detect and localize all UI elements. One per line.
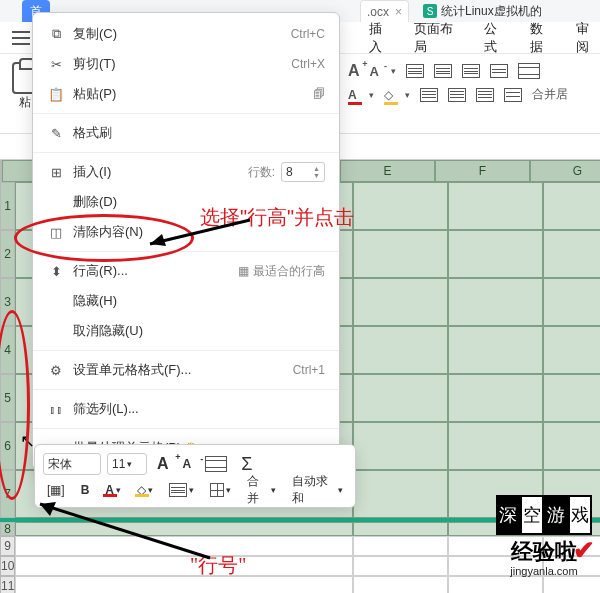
merge-icon[interactable] — [518, 63, 540, 79]
ribbon-tab-pagelayout[interactable]: 页面布局 — [414, 20, 462, 56]
row-header-11[interactable]: 11 — [0, 576, 15, 593]
filter-icon: ⫾⫾ — [45, 402, 67, 417]
align-top-icon[interactable] — [406, 64, 424, 78]
chevron-down-icon[interactable]: ▾ — [391, 66, 396, 76]
tab-doc-ext: .ocx — [367, 5, 389, 19]
insert-row-icon: ⊞ — [45, 165, 67, 180]
align-center-icon[interactable] — [448, 88, 466, 102]
clipboard-icon: 📋 — [45, 87, 67, 102]
best-fit-icon: ▦ — [238, 264, 249, 278]
rows-value: 8 — [286, 165, 293, 179]
menu-row-height-label: 行高(R)... — [73, 262, 238, 280]
eraser-icon: ◫ — [45, 225, 67, 240]
menu-copy-label: 复制(C) — [73, 25, 291, 43]
align-middle-icon[interactable] — [434, 64, 452, 78]
paste-label: 粘 — [19, 94, 31, 111]
watermark: 深 空 游 戏 经验啦✔ jingyanla.com — [496, 495, 592, 577]
gear-icon: ⚙ — [45, 363, 67, 378]
row-header-4[interactable]: 4 — [0, 326, 15, 374]
row-header-1[interactable]: 1 — [0, 182, 15, 230]
ribbon-tab-data[interactable]: 数据 — [530, 20, 554, 56]
menu-delete[interactable]: 删除(D) — [33, 187, 339, 217]
row-header-6[interactable]: 6 — [0, 422, 15, 470]
row-headers: 1 2 3 4 5 6 7 8 9 10 11 — [0, 182, 15, 593]
row-header-3[interactable]: 3 — [0, 278, 15, 326]
font-color-icon[interactable]: A▾ — [101, 483, 125, 497]
menu-copy-shortcut: Ctrl+C — [291, 27, 325, 41]
font-family-combo[interactable]: 宋体 — [43, 453, 101, 475]
align-bottom-icon[interactable] — [462, 64, 480, 78]
menu-unhide[interactable]: 取消隐藏(U) — [33, 316, 339, 346]
copy-icon: ⧉ — [45, 26, 67, 42]
mini-toolbar: 宋体 11▾ A+ A- Σ [▦] B A▾ ◇▾ ▾ ▾ 合并▾ 自动求和▾ — [34, 444, 356, 508]
menu-filter[interactable]: ⫾⫾ 筛选列(L)... — [33, 394, 339, 424]
menu-paste[interactable]: 📋 粘贴(P) 🗐 — [33, 79, 339, 109]
menu-cell-format-shortcut: Ctrl+1 — [293, 363, 325, 377]
font-size-combo[interactable]: 11▾ — [107, 453, 147, 475]
menu-clear-label: 清除内容(N) — [73, 223, 325, 241]
fill-color-icon[interactable]: ◇▾ — [133, 483, 157, 497]
fill-color-icon[interactable]: ◇ — [384, 88, 393, 102]
watermark-brand: 经验啦✔ — [511, 537, 577, 567]
wrap-icon[interactable] — [490, 64, 508, 78]
border-icon[interactable]: ▾ — [206, 483, 235, 497]
font-grow-icon[interactable]: A+ — [348, 62, 360, 80]
menu-insert[interactable]: ⊞ 插入(I) 行数: 8▲▼ — [33, 157, 339, 187]
menu-cell-format-label: 设置单元格格式(F)... — [73, 361, 293, 379]
ribbon-tab-insert[interactable]: 插入 — [369, 20, 393, 56]
menu-format-painter-label: 格式刷 — [73, 124, 325, 142]
row-header-9[interactable]: 9 — [0, 536, 15, 556]
format-cells-icon[interactable]: [▦] — [43, 483, 69, 497]
align-left-icon[interactable] — [420, 88, 438, 102]
hamburger-icon[interactable] — [12, 31, 30, 45]
menu-clear[interactable]: ◫ 清除内容(N) — [33, 217, 339, 247]
menu-cell-format[interactable]: ⚙ 设置单元格格式(F)... Ctrl+1 — [33, 355, 339, 385]
menu-copy[interactable]: ⧉ 复制(C) Ctrl+C — [33, 19, 339, 49]
row-header-8[interactable]: 8 — [0, 522, 15, 536]
sigma-icon[interactable]: Σ — [237, 454, 256, 475]
wps-s-badge-icon: S — [423, 4, 437, 18]
menu-hide[interactable]: 隐藏(H) — [33, 286, 339, 316]
menu-cut[interactable]: ✂ 剪切(T) Ctrl+X — [33, 49, 339, 79]
menu-filter-label: 筛选列(L)... — [73, 400, 325, 418]
align-right-icon[interactable] — [476, 88, 494, 102]
col-header-f[interactable]: F — [435, 160, 530, 182]
row-header-5[interactable]: 5 — [0, 374, 15, 422]
tab-stats-label: 统计Linux虚拟机的 — [441, 3, 542, 20]
scissors-icon: ✂ — [45, 57, 67, 72]
menu-unhide-label: 取消隐藏(U) — [73, 322, 325, 340]
close-icon[interactable]: × — [395, 5, 402, 19]
align-icon[interactable]: ▾ — [165, 483, 198, 497]
rows-stepper[interactable]: 8▲▼ — [281, 162, 325, 182]
merge-cells-icon[interactable] — [201, 456, 231, 472]
menu-best-fit-label[interactable]: 最适合的行高 — [253, 263, 325, 280]
ribbon-tab-formula[interactable]: 公式 — [484, 20, 508, 56]
paste-options-icon[interactable]: 🗐 — [313, 87, 325, 101]
menu-insert-label: 插入(I) — [73, 163, 248, 181]
col-header-g[interactable]: G — [530, 160, 600, 182]
font-shrink-icon[interactable]: A- — [370, 64, 379, 79]
font-color-icon[interactable]: A — [348, 88, 357, 102]
menu-paste-label: 粘贴(P) — [73, 85, 313, 103]
merge-button[interactable]: 合并▾ — [243, 473, 280, 507]
indent-icon[interactable] — [504, 88, 522, 102]
menu-cut-label: 剪切(T) — [73, 55, 291, 73]
row-header-2[interactable]: 2 — [0, 230, 15, 278]
autosum-button[interactable]: 自动求和▾ — [288, 473, 347, 507]
font-shrink-icon[interactable]: A- — [179, 457, 196, 471]
bold-button[interactable]: B — [77, 483, 94, 497]
brush-icon: ✎ — [45, 126, 67, 141]
ribbon-tab-review[interactable]: 审阅 — [576, 20, 600, 56]
cursor-icon: ↖ — [20, 430, 35, 452]
font-grow-icon[interactable]: A+ — [153, 455, 173, 473]
merge-label[interactable]: 合并居 — [532, 86, 568, 103]
watermark-logo: 深 空 游 戏 — [496, 495, 592, 535]
menu-row-height[interactable]: ⬍ 行高(R)... ▦最适合的行高 — [33, 256, 339, 286]
menu-delete-label: 删除(D) — [73, 193, 325, 211]
menu-cut-shortcut: Ctrl+X — [291, 57, 325, 71]
col-header-e[interactable]: E — [340, 160, 435, 182]
row-header-10[interactable]: 10 — [0, 556, 15, 576]
context-menu: ⧉ 复制(C) Ctrl+C ✂ 剪切(T) Ctrl+X 📋 粘贴(P) 🗐 … — [32, 12, 340, 470]
menu-format-painter[interactable]: ✎ 格式刷 — [33, 118, 339, 148]
row-header-7[interactable]: 7 — [0, 470, 15, 518]
